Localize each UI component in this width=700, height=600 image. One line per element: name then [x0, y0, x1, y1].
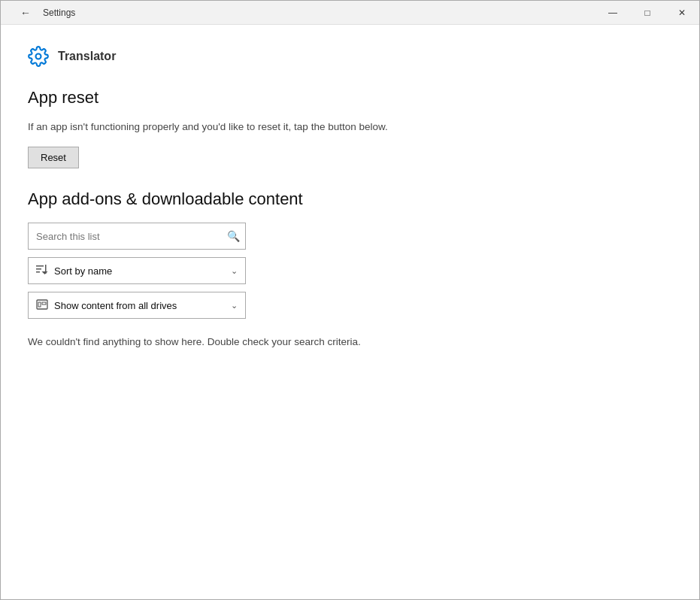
svg-rect-2 — [36, 268, 41, 270]
app-name: Translator — [58, 50, 116, 63]
titlebar: ← Settings — □ ✕ — [1, 1, 699, 25]
svg-rect-8 — [42, 302, 46, 305]
app-addons-title: App add-ons & downloadable content — [28, 189, 672, 209]
search-container: 🔍 — [28, 223, 246, 250]
maximize-button[interactable]: □ — [630, 1, 665, 25]
content-area: Translator App reset If an app isn't fun… — [1, 25, 699, 599]
app-reset-title: App reset — [28, 88, 672, 108]
window-title: Settings — [43, 8, 595, 18]
svg-rect-1 — [36, 265, 44, 267]
sort-label: Sort by name — [54, 265, 231, 277]
back-button[interactable]: ← — [8, 1, 43, 25]
app-header: Translator — [28, 46, 672, 67]
search-icon: 🔍 — [227, 230, 240, 242]
search-input[interactable] — [28, 223, 246, 250]
back-icon: ← — [20, 7, 31, 19]
empty-message: We couldn't find anything to show here. … — [28, 334, 672, 350]
main-content: Translator App reset If an app isn't fun… — [1, 25, 699, 599]
window-controls: — □ ✕ — [595, 1, 699, 24]
close-button[interactable]: ✕ — [665, 1, 699, 25]
reset-button[interactable]: Reset — [28, 147, 79, 168]
settings-window: ← Settings — □ ✕ Translator App reset If… — [0, 0, 700, 600]
svg-point-0 — [36, 54, 41, 59]
svg-marker-5 — [42, 271, 48, 274]
minimize-button[interactable]: — — [595, 1, 630, 25]
app-reset-description: If an app isn't functioning properly and… — [28, 120, 672, 135]
sort-icon — [36, 265, 48, 277]
drives-icon — [36, 298, 48, 313]
drives-chevron-icon: ⌄ — [231, 301, 238, 311]
sort-chevron-icon: ⌄ — [231, 266, 238, 276]
svg-rect-7 — [38, 302, 41, 307]
svg-rect-3 — [36, 271, 40, 273]
drives-label: Show content from all drives — [54, 300, 231, 311]
drives-dropdown[interactable]: Show content from all drives ⌄ — [28, 292, 246, 319]
gear-icon — [28, 46, 49, 67]
app-addons-section: App add-ons & downloadable content 🔍 — [28, 189, 672, 350]
app-reset-section: App reset If an app isn't functioning pr… — [28, 88, 672, 168]
sort-dropdown[interactable]: Sort by name ⌄ — [28, 257, 246, 284]
